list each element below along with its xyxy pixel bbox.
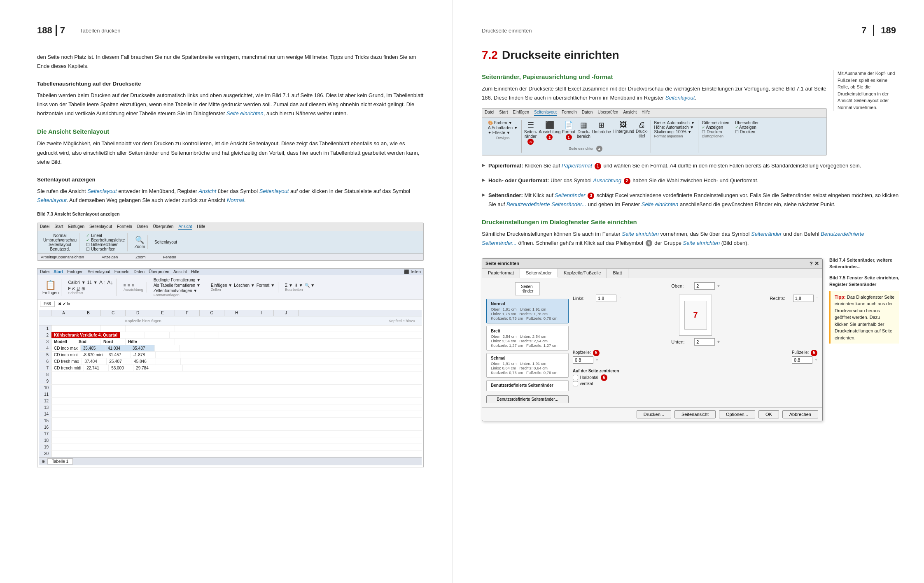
caption2: Bild 7.4 Seitenränder, weitere Seitenrän…	[829, 258, 892, 269]
right-chapter-title: Druckseite einrichten	[482, 28, 532, 34]
vertikal-checkbox[interactable]	[573, 381, 578, 386]
fusszeile-input[interactable]	[792, 356, 812, 364]
bullets-section: ▶ Papierformat: Klicken Sie auf Papierfo…	[482, 161, 899, 209]
section1-heading: Tabellenausrichtung auf der Druckseite	[37, 81, 424, 87]
ribbon-seite-group: ☰ Seiten- ränder 3 ⬛ Ausrichtung 2 📄	[522, 120, 651, 153]
vertikal-check[interactable]: vertikal	[573, 381, 818, 386]
horizontal-checkbox[interactable]	[573, 375, 578, 380]
oben-label: Oben:	[671, 283, 692, 288]
dialog-close-icon[interactable]: ✕	[814, 260, 819, 267]
bullet-1: ▶ Papierformat: Klicken Sie auf Papierfo…	[482, 161, 899, 170]
dialog-tab-papierformat[interactable]: Papierformat	[482, 269, 520, 278]
ribbon-blatt-group: Gitternetzlinien ✓ Anzeigen ☐ Drucken Üb…	[698, 120, 763, 153]
margin-presets: Seiten- ränder Normal Oben: 1,91 cm Unte…	[486, 282, 569, 403]
optionen-button[interactable]: Optionen...	[719, 410, 755, 418]
excel-sheet-area: A B C D E F G H I J Kopfzeile hinzufügen…	[37, 308, 423, 467]
margin-benutzerdefiniert[interactable]: Benutzerdefinierte Seitenränder	[486, 380, 569, 391]
unten-input[interactable]	[694, 338, 715, 346]
tip-text: Das Dialogfenster Seite einrichten kann …	[835, 295, 894, 340]
ok-button[interactable]: OK	[758, 410, 779, 418]
dialog-body: Seiten- ränder Normal Oben: 1,91 cm Unte…	[482, 278, 822, 407]
section-title: Druckseite einrichten	[502, 49, 619, 62]
section3-text: Sie rufen die Ansicht Seitenlayout entwe…	[37, 187, 424, 205]
dialog-buttons: Drucken... Seitenansicht Optionen... OK …	[482, 407, 822, 421]
section-num: 7.2	[482, 49, 498, 62]
lower-right-section: Seite einrichten ? ✕ Papierformat Seiten…	[482, 254, 899, 425]
vertikal-label: vertikal	[580, 381, 593, 386]
right-aside: Bild 7.4 Seitenränder, weitere Seitenrän…	[829, 254, 899, 425]
rechts-input[interactable]	[793, 295, 814, 302]
seitenansicht-button[interactable]: Seitenansicht	[674, 410, 716, 418]
section-title-row: 7.2 Druckseite einrichten	[482, 49, 899, 64]
dialog-tabs: Papierformat Seitenränder Kopfzeile/Fußz…	[482, 269, 822, 278]
section1-link: Seite einrichten	[226, 110, 264, 116]
chapter-bar	[56, 25, 57, 36]
caption3: Bild 7.5 Fenster Seite einrichten, Regis…	[829, 275, 899, 287]
margin-breit[interactable]: Breit Oben: 2,54 cm Unten: 2,54 cm Links…	[486, 326, 569, 351]
horizontal-check[interactable]: Horizontal 6	[573, 374, 818, 381]
left-chapter-title: Tabellen drucken	[80, 28, 120, 34]
bullet-3: ▶ Seitenränder: Mit Klick auf Seitenränd…	[482, 191, 899, 209]
seite-einrichten-dialog: Seite einrichten ? ✕ Papierformat Seiten…	[482, 258, 823, 421]
ribbon-screenshot-1: Datei Start Einfügen Seitenlayout Formel…	[37, 223, 424, 261]
center-label: Auf der Seite zentrieren	[573, 369, 818, 373]
sub2-heading: Druckeinstellungen im Dialogfenster Seit…	[482, 218, 899, 225]
left-page: 188 7 │ Tabellen drucken den Seite noch …	[0, 0, 453, 583]
section2-heading: Die Ansicht Seitenlayout	[37, 128, 424, 135]
dialog-titlebar: Seite einrichten ? ✕	[482, 259, 822, 269]
ribbon-toolbar-1: Datei Start Einfügen Seitenlayout Formel…	[37, 223, 423, 231]
excel-screenshot-2: Datei Start Einfügen Seitenlayout Formel…	[37, 268, 424, 467]
links-label: Links:	[573, 296, 593, 301]
margin-normal[interactable]: Normal Oben: 1,91 cm Unten: 1,91 cm Link…	[486, 299, 569, 323]
horizontal-label: Horizontal	[580, 375, 598, 380]
bullet-2: ▶ Hoch- oder Querformat: Über das Symbol…	[482, 176, 899, 185]
rechts-label: Rechts:	[770, 296, 791, 301]
center-section: Auf der Seite zentrieren Horizontal 6 ve…	[573, 369, 818, 386]
dialog-tab-blatt[interactable]: Blatt	[607, 269, 628, 278]
ribbon-designs-group: 🎨 Farben ▼ A Schriftarten ▼ ✦ Effekte ▼ …	[485, 120, 522, 153]
right-page-header: Druckseite einrichten 7 189	[482, 25, 899, 36]
drucken-button[interactable]: Drucken...	[637, 410, 671, 418]
dialog-help-icon[interactable]: ?	[810, 260, 813, 267]
margin-inputs: Oben: ÷ Links:	[573, 282, 818, 403]
right-chapter-num: 7	[861, 25, 866, 36]
left-content: den Seite noch Platz ist. In diesem Fall…	[37, 53, 424, 205]
dialog-title: Seite einrichten	[485, 261, 519, 266]
intro-text: den Seite noch Platz ist. In diesem Fall…	[37, 53, 424, 71]
left-page-num: 188	[37, 25, 52, 36]
section1-text: Tabellen werden beim Drucken auf der Dru…	[37, 91, 424, 118]
right-page: Druckseite einrichten 7 189 7.2 Drucksei…	[453, 0, 924, 583]
caption1: Bild 7.3 Ansicht Seitenlayout anzeigen	[37, 211, 424, 217]
tip-box: Tipp: Das Dialogfenster Seite einrichten…	[829, 291, 899, 344]
page-preview: 7	[679, 295, 712, 336]
side-note: Mit Ausnahme der Kopf- und Fußzeilen spi…	[833, 70, 899, 111]
abbrechen-button[interactable]: Abbrechen	[782, 410, 818, 418]
unten-label: Unten:	[671, 339, 692, 344]
ribbon-format-group: Breite: Automatisch ▼ Höhe: Automatisch …	[651, 120, 699, 153]
kopfzeile-input[interactable]	[573, 356, 593, 364]
dialog-tab-seitenraender[interactable]: Seitenränder	[520, 269, 558, 278]
left-page-header: 188 7 │ Tabellen drucken	[37, 25, 424, 36]
format-group: 📄 Format 1	[562, 121, 575, 145]
dialog-area: Seite einrichten ? ✕ Papierformat Seiten…	[482, 254, 823, 425]
sub2-text: Sämtliche Druckeinstellungen können Sie …	[482, 230, 899, 248]
margin-schmal[interactable]: Schmal Oben: 1,91 cm Unten: 1,91 cm Link…	[486, 353, 569, 378]
links-input[interactable]	[596, 295, 616, 302]
dialog-tab-kopfzeile[interactable]: Kopfzeile/Fußzeile	[558, 269, 607, 278]
section2-text: Die zweite Möglichkeit, ein Tabellenblat…	[37, 139, 424, 166]
right-page-num: 189	[881, 25, 896, 36]
oben-input[interactable]	[694, 282, 715, 290]
section3-heading: Seitenlayout anzeigen	[37, 177, 424, 183]
right-ribbon-screenshot: Datei Start Einfügen Seitenlayout Formel…	[482, 108, 827, 156]
custom-margins-button[interactable]: Benutzerdefinierte Seitenränder...	[486, 395, 569, 403]
left-chapter-num: 7	[60, 25, 65, 36]
